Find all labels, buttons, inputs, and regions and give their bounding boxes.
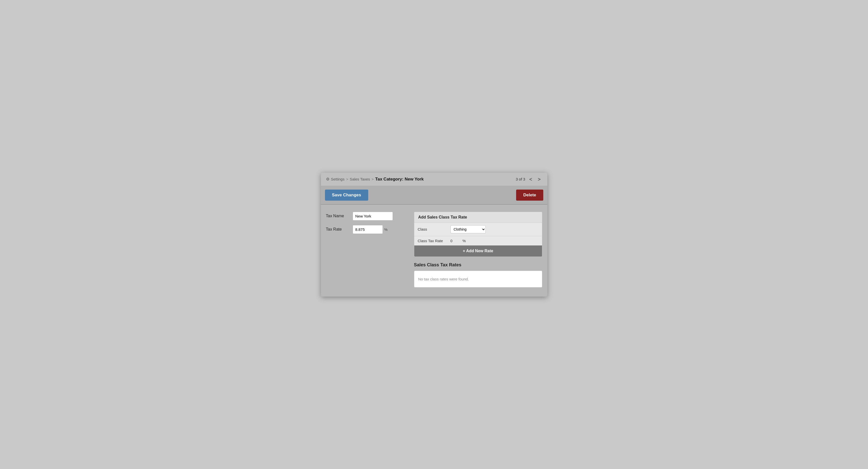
- class-select-cell: Clothing Food Medicine Other: [447, 223, 542, 236]
- tax-rate-input[interactable]: [353, 225, 383, 234]
- gear-icon: ⚙: [326, 177, 330, 181]
- main-window: ⚙ Settings > Sales Taxes > Tax Category:…: [321, 173, 547, 297]
- breadcrumb-settings[interactable]: Settings: [331, 177, 345, 181]
- tax-rate-percent: %: [384, 227, 388, 232]
- class-tax-value-wrapper: %: [451, 239, 538, 243]
- rate-table: Class Clothing Food Medicine Other: [414, 223, 542, 245]
- class-label-cell: Class: [414, 223, 447, 236]
- right-panel: Add Sales Class Tax Rate Class Clothing …: [414, 212, 542, 288]
- next-button[interactable]: >: [536, 176, 542, 182]
- tax-name-input[interactable]: [353, 212, 393, 221]
- class-tax-rate-percent: %: [463, 239, 466, 243]
- pagination-text: 3 of 3: [516, 177, 525, 181]
- tax-name-row: Tax Name: [326, 212, 406, 221]
- tax-rate-row: Tax Rate %: [326, 225, 406, 234]
- tax-name-label: Tax Name: [326, 214, 349, 218]
- class-tax-rate-label-cell: Class Tax Rate: [414, 236, 447, 245]
- add-rate-header: Add Sales Class Tax Rate: [414, 212, 542, 223]
- no-rates-box: No tax class rates were found.: [414, 271, 542, 288]
- tax-rate-wrapper: %: [353, 225, 388, 234]
- class-tax-rate-input[interactable]: [451, 239, 461, 243]
- add-new-rate-button[interactable]: + Add New Rate: [414, 245, 542, 257]
- left-panel: Tax Name Tax Rate %: [326, 212, 406, 288]
- class-select[interactable]: Clothing Food Medicine Other: [451, 225, 486, 233]
- class-tax-rate-value-cell: %: [447, 236, 542, 245]
- prev-button[interactable]: <: [528, 176, 534, 182]
- sales-class-title: Sales Class Tax Rates: [414, 262, 542, 268]
- breadcrumb-current: Tax Category: New York: [375, 177, 424, 182]
- tax-rate-label: Tax Rate: [326, 227, 349, 232]
- pagination-nav: 3 of 3 < >: [516, 176, 542, 182]
- breadcrumb-sep2: >: [372, 177, 374, 181]
- main-content: Tax Name Tax Rate % Add Sales Class Tax …: [321, 205, 547, 297]
- header-bar: ⚙ Settings > Sales Taxes > Tax Category:…: [321, 173, 547, 186]
- class-tax-rate-row: Class Tax Rate %: [414, 236, 542, 245]
- breadcrumb-sales-taxes[interactable]: Sales Taxes: [350, 177, 370, 181]
- sales-class-section: Sales Class Tax Rates No tax class rates…: [414, 262, 542, 288]
- no-rates-message: No tax class rates were found.: [418, 277, 469, 281]
- class-row: Class Clothing Food Medicine Other: [414, 223, 542, 236]
- save-changes-button[interactable]: Save Changes: [325, 189, 368, 201]
- breadcrumb: ⚙ Settings > Sales Taxes > Tax Category:…: [326, 177, 424, 182]
- toolbar: Save Changes Delete: [321, 186, 547, 205]
- add-rate-box: Add Sales Class Tax Rate Class Clothing …: [414, 212, 542, 257]
- breadcrumb-sep1: >: [346, 177, 348, 181]
- delete-button[interactable]: Delete: [516, 189, 543, 201]
